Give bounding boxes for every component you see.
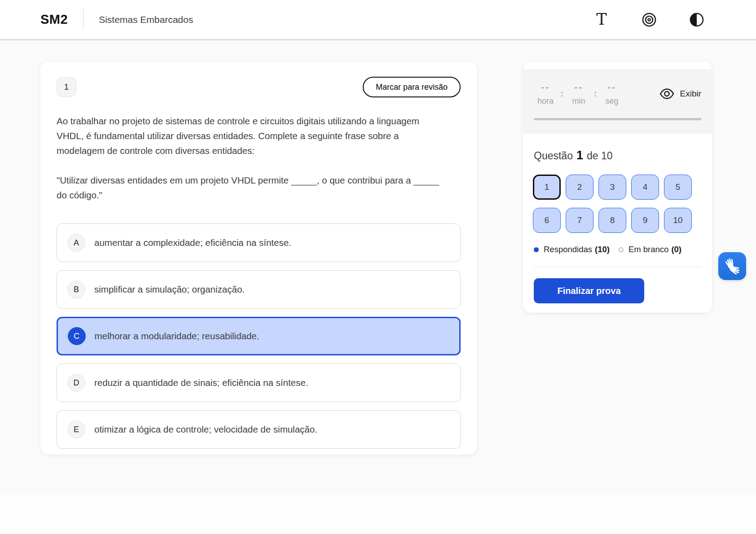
- question-number-button-4[interactable]: 4: [631, 175, 659, 200]
- question-number-grid: 12345678910: [533, 175, 702, 233]
- blank-count: (0): [671, 245, 681, 254]
- contrast-icon: [689, 12, 704, 27]
- timer-colon: :: [590, 89, 600, 99]
- timer-minutes: --: [574, 82, 583, 92]
- blank-dot-icon: [619, 247, 624, 252]
- timer-panel: -- hora : -- min : -- seg Exibir: [523, 69, 712, 134]
- blank-label: Em branco: [629, 245, 668, 254]
- text-size-button[interactable]: T: [593, 11, 611, 29]
- option-e[interactable]: E otimizar a lógica de controle; velocid…: [57, 410, 461, 449]
- libras-accessibility-button[interactable]: [718, 252, 746, 280]
- sign-language-hands-icon: [722, 256, 742, 276]
- contrast-toggle-button[interactable]: [688, 11, 706, 29]
- timer-hours: --: [541, 82, 550, 92]
- option-a[interactable]: A aumentar a complexidade; eficiência na…: [57, 223, 461, 262]
- question-number-button-2[interactable]: 2: [566, 175, 593, 200]
- footer-band: [0, 495, 756, 534]
- exam-sidebar: -- hora : -- min : -- seg Exibir: [523, 61, 712, 313]
- timer-seconds: --: [607, 82, 616, 92]
- eye-icon: [659, 88, 674, 100]
- question-number-button-5[interactable]: 5: [664, 175, 692, 200]
- show-timer-button[interactable]: Exibir: [659, 88, 701, 100]
- finish-exam-button[interactable]: Finalizar prova: [534, 278, 644, 303]
- option-a-text: aumentar a complexidade; eficiência na s…: [94, 237, 291, 248]
- question-number-badge: 1: [57, 77, 76, 97]
- app-logo: SM2: [40, 12, 68, 27]
- option-d-text: reduzir a quantidade de sinais; eficiênc…: [94, 377, 308, 388]
- option-b[interactable]: B simplificar a simulação; organização.: [57, 270, 461, 309]
- option-e-letter: E: [67, 420, 85, 438]
- question-number-button-6[interactable]: 6: [533, 208, 561, 233]
- question-number-button-7[interactable]: 7: [566, 208, 593, 233]
- question-progress-prefix: Questão: [534, 150, 573, 162]
- question-progress-current: 1: [576, 149, 583, 162]
- question-number-button-10[interactable]: 10: [664, 208, 692, 233]
- question-number-button-3[interactable]: 3: [598, 175, 626, 200]
- option-a-letter: A: [67, 234, 85, 252]
- question-text-paragraph-2: "Utilizar diversas entidades em um proje…: [57, 173, 461, 202]
- focus-target-button[interactable]: [640, 11, 658, 29]
- question-number-button-8[interactable]: 8: [598, 208, 626, 233]
- option-c[interactable]: C melhorar a modularidade; reusabilidade…: [57, 317, 461, 355]
- answers-legend: Respondidas (10) Em branco (0): [534, 245, 701, 254]
- option-c-letter: C: [68, 327, 86, 345]
- option-c-text: melhorar a modularidade; reusabilidade.: [95, 331, 259, 341]
- sidebar-divider: [534, 267, 701, 267]
- app-header: SM2 Sistemas Embarcados T: [0, 0, 756, 40]
- timer-hours-label: hora: [537, 96, 554, 106]
- question-text-paragraph-1: Ao trabalhar no projeto de sistemas de c…: [57, 114, 461, 158]
- timer-progress-bar: [534, 118, 701, 120]
- option-e-text: otimizar a lógica de controle; velocidad…: [94, 424, 317, 435]
- timer-minutes-label: min: [572, 96, 585, 106]
- question-number-button-1[interactable]: 1: [533, 175, 561, 200]
- option-d[interactable]: D reduzir a quantidade de sinais; eficiê…: [57, 363, 461, 402]
- option-b-text: simplificar a simulação; organização.: [94, 284, 245, 295]
- text-size-icon: T: [596, 12, 607, 27]
- question-number-button-9[interactable]: 9: [631, 208, 659, 233]
- question-progress-suffix: de 10: [587, 150, 613, 162]
- answered-count: (10): [595, 245, 610, 254]
- timer-seconds-label: seg: [605, 96, 618, 106]
- option-b-letter: B: [67, 280, 85, 298]
- option-d-letter: D: [67, 374, 85, 392]
- question-card: 1 Marcar para revisão Ao trabalhar no pr…: [40, 61, 477, 455]
- mark-for-review-button[interactable]: Marcar para revisão: [363, 77, 461, 97]
- header-divider: [83, 9, 84, 30]
- question-progress: Questão 1 de 10: [534, 149, 701, 162]
- target-icon: [642, 12, 657, 27]
- course-title: Sistemas Embarcados: [99, 14, 193, 25]
- show-timer-label: Exibir: [680, 89, 701, 99]
- options-list: A aumentar a complexidade; eficiência na…: [57, 223, 461, 449]
- answered-dot-icon: [534, 247, 539, 252]
- answered-label: Respondidas: [544, 245, 592, 254]
- timer-colon: :: [557, 89, 567, 99]
